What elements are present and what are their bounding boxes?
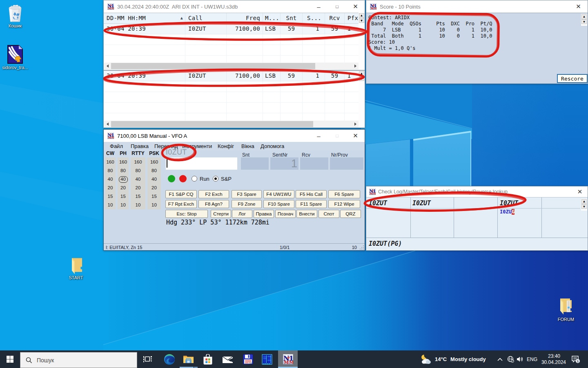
band-15-cw[interactable]: 15 — [105, 194, 116, 199]
check-vscroll[interactable]: ▲ ▼ — [581, 199, 587, 211]
check-window-titlebar[interactable]: Check Log/Master/Telnet/Exch/Call histor… — [366, 186, 588, 197]
log-cell[interactable] — [325, 92, 345, 102]
fkey-button-f3[interactable]: F3 Spare — [232, 190, 262, 198]
tray-clock[interactable]: 23:40 30.04.2024 — [539, 350, 566, 368]
log-col-call[interactable]: Call — [185, 13, 227, 23]
scroll-up-icon[interactable]: ▲ — [359, 13, 365, 18]
log-cell[interactable]: 1 — [303, 24, 325, 34]
taskbar-explorer-button[interactable] — [178, 350, 198, 368]
fkey-button-f11[interactable]: F11 Spare — [296, 200, 327, 208]
action-button-7[interactable]: QRZ — [340, 210, 361, 218]
scroll-left-icon[interactable] — [104, 63, 111, 70]
log-cell[interactable] — [227, 45, 263, 55]
scroll-up-icon[interactable]: ▲ — [581, 14, 587, 19]
log-maximize-button[interactable]: □ — [328, 0, 346, 13]
fkey-button-f5[interactable]: F5 His Call — [296, 190, 327, 198]
log-cell[interactable]: I — [345, 71, 359, 81]
menu-windows[interactable]: Вікна — [241, 143, 254, 149]
log-cell[interactable] — [104, 34, 185, 45]
log-col-snt[interactable]: Snt — [281, 13, 303, 23]
desktop-icon-sidorov-file[interactable]: sidorov_tra... — [0, 45, 31, 70]
action-button-4[interactable]: Познач — [275, 210, 296, 218]
check-partial-match[interactable]: I0ZUG — [500, 209, 514, 215]
log-window-titlebar[interactable]: 30.04.2024 20:40:00Z ARI DX INT - UW1WU.… — [104, 0, 365, 13]
desktop-icon-recycle-bin[interactable]: Кошик — [0, 4, 31, 28]
log-lower-vscroll[interactable]: ▲ ▼ — [359, 71, 365, 128]
log-cell[interactable]: 7100,00 — [227, 24, 263, 34]
fkey-button-f4[interactable]: F4 UW1WU — [263, 190, 294, 198]
action-button-3[interactable]: Правка — [254, 210, 274, 218]
log-cell[interactable] — [104, 92, 185, 102]
log-cell[interactable] — [345, 81, 359, 92]
band-80-psk[interactable]: 80 — [147, 168, 161, 173]
band-20-psk[interactable]: 20 — [147, 185, 161, 190]
start-button[interactable] — [0, 350, 20, 368]
scroll-down-icon[interactable]: ▼ — [581, 204, 587, 209]
log-empty-row[interactable] — [104, 56, 365, 63]
menu-file[interactable]: Файл — [110, 143, 123, 149]
log-col-datetime[interactable]: DD-MM HH:MM▲ — [104, 13, 185, 23]
tray-network[interactable] — [506, 350, 515, 368]
log-cell[interactable] — [345, 56, 359, 63]
score-window-titlebar[interactable]: Score - 10 Points ✕ — [366, 0, 588, 13]
log-cell[interactable] — [263, 81, 281, 92]
log-cell[interactable] — [281, 103, 303, 113]
band-20-rtty[interactable]: 20 — [131, 185, 145, 190]
log-cell[interactable] — [281, 92, 303, 102]
log-col-sentnr[interactable]: S... — [303, 13, 325, 23]
log-cell[interactable] — [104, 56, 185, 63]
log-cell[interactable] — [345, 34, 359, 45]
log-upper-hscrollbar[interactable] — [104, 63, 359, 70]
taskbar-mail-button[interactable] — [218, 350, 237, 368]
fkey-button-f10[interactable]: F10 Spare — [263, 200, 294, 208]
band-40-rtty[interactable]: 40 — [131, 177, 145, 182]
log-close-button[interactable]: ✕ — [346, 0, 365, 13]
log-cell[interactable] — [185, 45, 227, 55]
log-cell[interactable]: 59 — [325, 24, 345, 34]
scroll-left-icon[interactable] — [104, 121, 111, 128]
log-col-rcv[interactable]: Rcv — [325, 13, 345, 23]
score-vscroll[interactable]: ▲ ▼ — [581, 14, 587, 26]
fkey-button-f7[interactable]: F7 Rpt Exch — [165, 200, 197, 208]
log-cell[interactable]: 30-04 20:39 — [104, 24, 185, 34]
log-cell[interactable]: 59 — [281, 71, 303, 81]
band-160-rtty[interactable]: 160 — [131, 159, 145, 164]
band-160-psk[interactable]: 160 — [147, 159, 161, 164]
log-col-pfx[interactable]: Pfx — [345, 13, 359, 23]
action-button-6[interactable]: Спот — [318, 210, 339, 218]
tray-notifications[interactable]: 1 — [568, 350, 583, 368]
log-lower-hscroll-thumb[interactable] — [111, 121, 313, 127]
taskbar-archive-button[interactable] — [257, 350, 277, 368]
desktop-icon-start-folder[interactable]: START — [60, 257, 91, 280]
taskbar-logger-button[interactable]: 51 — [238, 350, 258, 368]
resize-grip-icon[interactable] — [359, 245, 364, 250]
log-cell[interactable] — [303, 103, 325, 113]
log-cell[interactable] — [263, 103, 281, 113]
log-cell[interactable]: LSB — [263, 24, 281, 34]
log-cell[interactable] — [263, 34, 281, 45]
tray-language[interactable]: ENG — [525, 350, 539, 368]
log-cell[interactable] — [281, 81, 303, 92]
log-cell[interactable]: I0ZUT — [185, 24, 227, 34]
fkey-button-f1[interactable]: F1 S&P CQ — [165, 190, 197, 198]
action-button-2[interactable]: Лог — [232, 210, 252, 218]
tray-weather[interactable]: 14°C Mostly cloudy — [421, 350, 490, 368]
log-empty-row[interactable] — [104, 34, 365, 45]
check-log-call[interactable]: I0ZUT — [369, 200, 387, 207]
log-cell[interactable] — [263, 92, 281, 102]
fkey-button-f12[interactable]: F12 Wipe — [328, 200, 360, 208]
log-qso-row[interactable]: 30-04 20:39I0ZUT7100,00LSB59159I — [104, 71, 365, 81]
band-10-ph[interactable]: 10 — [118, 202, 129, 207]
taskbar-store-button[interactable] — [198, 350, 218, 368]
band-160-cw[interactable]: 160 — [105, 159, 116, 164]
rcv-input[interactable] — [300, 157, 328, 170]
check-close-button[interactable]: ✕ — [572, 186, 588, 197]
scroll-down-icon[interactable]: ▼ — [359, 76, 365, 81]
entry-maximize-button[interactable]: □ — [328, 130, 346, 142]
log-cell[interactable] — [325, 113, 345, 121]
log-cell[interactable] — [303, 81, 325, 92]
log-cell[interactable] — [185, 92, 227, 102]
log-empty-row[interactable] — [104, 45, 365, 56]
score-close-button[interactable]: ✕ — [569, 0, 588, 13]
entry-window-titlebar[interactable]: 7100,00 LSB Manual - VFO A – □ ✕ — [104, 130, 365, 142]
